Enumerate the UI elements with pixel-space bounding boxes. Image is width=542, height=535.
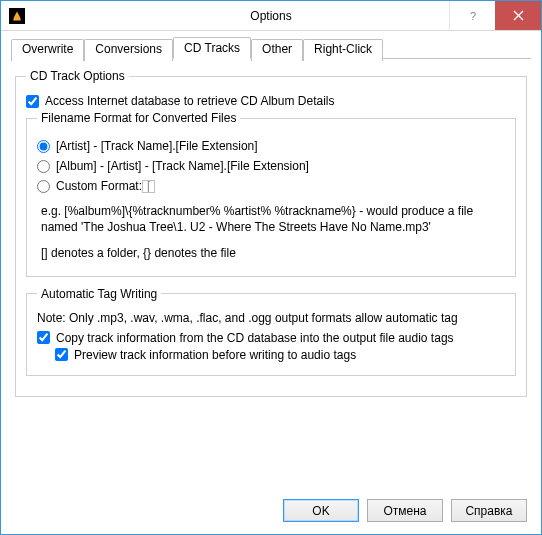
- filename-format-legend: Filename Format for Converted Files: [37, 111, 240, 125]
- custom-format-input[interactable]: [142, 180, 155, 193]
- close-button[interactable]: [495, 1, 541, 30]
- tab-overwrite[interactable]: Overwrite: [11, 39, 84, 61]
- radio-custom-label-wrap[interactable]: Custom Format:: [37, 179, 142, 193]
- window-controls: ?: [449, 1, 541, 30]
- access-internet-label: Access Internet database to retrieve CD …: [45, 94, 334, 108]
- radio-album-artist-track-label: [Album] - [Artist] - [Track Name].[File …: [56, 159, 309, 173]
- window-title: Options: [250, 9, 291, 23]
- auto-tag-note: Note: Only .mp3, .wav, .wma, .flac, and …: [37, 311, 505, 325]
- filename-format-group: Filename Format for Converted Files [Art…: [26, 111, 516, 277]
- ok-button[interactable]: OK: [283, 499, 359, 522]
- access-internet-row[interactable]: Access Internet database to retrieve CD …: [26, 94, 516, 108]
- preview-row[interactable]: Preview track information before writing…: [55, 348, 505, 362]
- tab-cd-tracks[interactable]: CD Tracks: [173, 37, 251, 59]
- preview-checkbox[interactable]: [55, 348, 68, 361]
- radio-album-artist-track[interactable]: [37, 160, 50, 173]
- options-window: Options ? Overwrite Conversions CD Track…: [0, 0, 542, 535]
- radio-custom[interactable]: [37, 180, 50, 193]
- example-text-1: e.g. [%album%]\{%tracknumber% %artist% %…: [41, 203, 501, 235]
- radio-artist-track-row[interactable]: [Artist] - [Track Name].[File Extension]: [37, 139, 505, 153]
- tab-right-click[interactable]: Right-Click: [303, 39, 383, 61]
- radio-album-artist-track-row[interactable]: [Album] - [Artist] - [Track Name].[File …: [37, 159, 505, 173]
- tab-content: CD Track Options Access Internet databas…: [1, 59, 541, 489]
- titlebar: Options ?: [1, 1, 541, 31]
- cd-track-options-group: CD Track Options Access Internet databas…: [15, 69, 527, 397]
- copy-info-label: Copy track information from the CD datab…: [56, 331, 454, 345]
- radio-artist-track-label: [Artist] - [Track Name].[File Extension]: [56, 139, 258, 153]
- tab-conversions[interactable]: Conversions: [84, 39, 173, 61]
- cd-track-options-legend: CD Track Options: [26, 69, 129, 83]
- app-icon: [9, 8, 25, 24]
- access-internet-checkbox[interactable]: [26, 95, 39, 108]
- example-text-2: [] denotes a folder, {} denotes the file: [41, 245, 501, 261]
- radio-custom-label: Custom Format:: [56, 179, 142, 193]
- auto-tag-group: Automatic Tag Writing Note: Only .mp3, .…: [26, 287, 516, 376]
- tab-other[interactable]: Other: [251, 39, 303, 61]
- auto-tag-legend: Automatic Tag Writing: [37, 287, 161, 301]
- help-button[interactable]: ?: [449, 1, 495, 30]
- help-button-bottom[interactable]: Справка: [451, 499, 527, 522]
- cancel-button[interactable]: Отмена: [367, 499, 443, 522]
- svg-text:?: ?: [470, 10, 476, 22]
- button-bar: OK Отмена Справка: [1, 489, 541, 534]
- tab-bar: Overwrite Conversions CD Tracks Other Ri…: [11, 37, 531, 59]
- filename-format-radios: [Artist] - [Track Name].[File Extension]…: [37, 139, 505, 193]
- radio-artist-track[interactable]: [37, 140, 50, 153]
- copy-info-row[interactable]: Copy track information from the CD datab…: [37, 331, 505, 345]
- preview-label: Preview track information before writing…: [74, 348, 356, 362]
- copy-info-checkbox[interactable]: [37, 331, 50, 344]
- radio-custom-row: Custom Format:: [37, 179, 505, 193]
